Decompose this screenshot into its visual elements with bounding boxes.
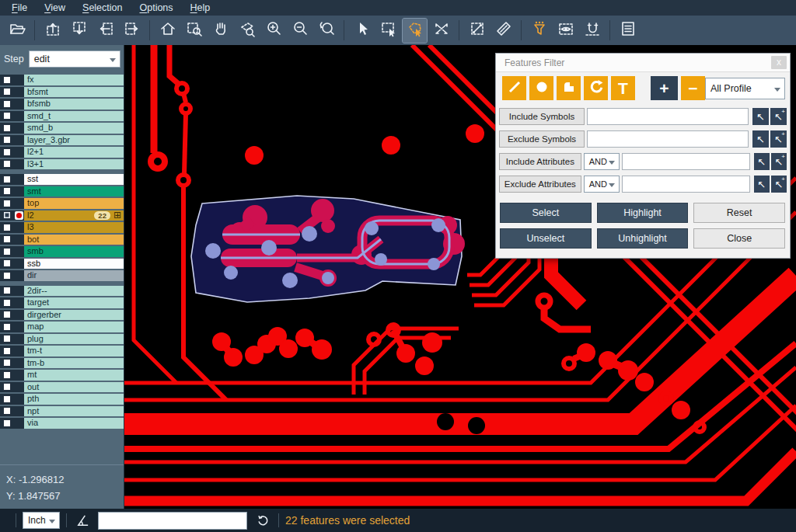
- surface-feature-button[interactable]: [557, 76, 581, 100]
- layer-checkbox[interactable]: [3, 187, 11, 195]
- select-button[interactable]: Select: [500, 203, 592, 223]
- layer-checkbox[interactable]: [3, 335, 11, 342]
- layer-row-tm-t[interactable]: tm-t: [0, 346, 124, 356]
- step-combobox[interactable]: edit: [29, 50, 120, 68]
- active-layer-cell[interactable]: [13, 394, 24, 405]
- zoom-previous-button[interactable]: [314, 19, 338, 43]
- active-layer-cell[interactable]: [13, 75, 24, 85]
- snap-magnet-button[interactable]: [580, 19, 604, 43]
- menu-selection[interactable]: Selection: [74, 0, 131, 16]
- pick-arrow-button[interactable]: ↖: [754, 153, 770, 170]
- layer-row-2dir--[interactable]: 2dir--: [0, 286, 124, 297]
- layer-checkbox[interactable]: [3, 200, 11, 207]
- active-layer-cell[interactable]: [13, 334, 24, 345]
- layer-row-sst[interactable]: sst: [0, 174, 124, 185]
- select-polygon-button[interactable]: [403, 19, 427, 43]
- text-feature-button[interactable]: T: [611, 76, 635, 100]
- layer-checkbox[interactable]: [3, 224, 11, 231]
- layer-row-out[interactable]: out: [0, 382, 124, 393]
- layer-row-l3[interactable]: l3: [0, 222, 124, 233]
- active-layer-cell[interactable]: [13, 270, 24, 281]
- layer-checkbox[interactable]: [3, 176, 11, 183]
- layer-checkbox[interactable]: [3, 248, 11, 256]
- zoom-window-button[interactable]: [182, 19, 206, 43]
- layer-checkbox[interactable]: [3, 347, 11, 355]
- layer-row-bot[interactable]: bot: [0, 235, 124, 245]
- pick-arrow-add-button[interactable]: ↖+: [771, 176, 787, 193]
- dialog-titlebar[interactable]: Features Filter x: [496, 54, 790, 72]
- exclude-symbols-input[interactable]: [587, 130, 749, 148]
- active-layer-cell[interactable]: [13, 99, 24, 110]
- active-layer-cell[interactable]: [13, 87, 24, 98]
- active-layer-cell[interactable]: [13, 111, 24, 122]
- layer-row-fx[interactable]: fx: [0, 75, 124, 85]
- clear-brush-button[interactable]: [429, 19, 453, 43]
- layer-checkbox[interactable]: [3, 235, 11, 243]
- measure-points-button[interactable]: [465, 19, 489, 43]
- layer-row-smd_b[interactable]: smd_b: [0, 123, 124, 134]
- layer-checkbox[interactable]: [3, 259, 11, 267]
- layer-row-l2+1[interactable]: l2+1: [0, 147, 124, 158]
- layer-checkbox[interactable]: [3, 359, 11, 367]
- active-layer-cell[interactable]: [13, 186, 24, 197]
- active-layer-cell[interactable]: [13, 222, 24, 233]
- layer-row-smt[interactable]: smt: [0, 186, 124, 197]
- layer-row-map[interactable]: map: [0, 322, 124, 332]
- active-layer-cell[interactable]: [13, 286, 24, 297]
- layer-checkbox[interactable]: [3, 100, 11, 108]
- units-combobox[interactable]: Inch: [23, 512, 60, 529]
- layer-row-dir[interactable]: dir: [0, 270, 124, 281]
- close-button[interactable]: Close: [693, 228, 785, 249]
- layer-row-l3+1[interactable]: l3+1: [0, 159, 124, 170]
- layer-row-l2[interactable]: l222⊞: [0, 210, 124, 221]
- zoom-home-button[interactable]: [155, 19, 180, 43]
- pick-arrow-button[interactable]: ↖: [754, 176, 770, 193]
- refresh-icon[interactable]: [253, 511, 272, 530]
- angle-measure-icon[interactable]: [73, 511, 92, 530]
- layer-checkbox[interactable]: [3, 395, 11, 403]
- scroll-up-button[interactable]: [40, 19, 65, 43]
- include-symbols-button[interactable]: Include Symbols: [499, 108, 585, 125]
- active-layer-cell[interactable]: [13, 246, 24, 257]
- layer-row-bfsmb[interactable]: bfsmb: [0, 99, 124, 110]
- layer-row-smd_t[interactable]: smd_t: [0, 111, 124, 122]
- layer-checkbox[interactable]: [3, 383, 11, 391]
- layer-checkbox[interactable]: [3, 211, 11, 219]
- layer-checkbox[interactable]: [3, 136, 11, 144]
- layer-row-via[interactable]: via: [0, 418, 124, 429]
- layer-row-dirgerber[interactable]: dirgerber: [0, 310, 124, 321]
- menu-help[interactable]: Help: [182, 0, 219, 16]
- zoom-in-button[interactable]: [261, 19, 285, 43]
- active-layer-cell[interactable]: [13, 174, 24, 185]
- feature-report-button[interactable]: [616, 19, 640, 43]
- select-rectangle-button[interactable]: [376, 19, 400, 43]
- layer-checkbox[interactable]: [3, 407, 11, 415]
- zoom-out-button[interactable]: [288, 19, 312, 43]
- active-layer-cell[interactable]: [13, 322, 24, 332]
- exclude-symbols-button[interactable]: Exclude Symbols: [499, 130, 585, 148]
- active-layer-cell[interactable]: [13, 259, 24, 269]
- scroll-down-button[interactable]: [67, 19, 91, 43]
- menu-view[interactable]: View: [36, 0, 74, 16]
- remove-filter-button[interactable]: −: [681, 76, 705, 100]
- pick-arrow-button[interactable]: ↖: [752, 130, 769, 148]
- layer-row-layer_3.gbr[interactable]: layer_3.gbr: [0, 135, 124, 146]
- layer-checkbox[interactable]: [3, 287, 11, 294]
- layer-row-tm-b[interactable]: tm-b: [0, 358, 124, 369]
- include-attributes-operator-combobox[interactable]: AND: [584, 153, 620, 170]
- layer-checkbox[interactable]: [3, 124, 11, 132]
- unhighlight-button[interactable]: Unhighlight: [597, 228, 689, 249]
- open-file-button[interactable]: [5, 19, 29, 43]
- scroll-right-button[interactable]: [120, 19, 144, 43]
- layer-checkbox[interactable]: [3, 148, 11, 156]
- grid-icon[interactable]: ⊞: [113, 211, 121, 220]
- pick-arrow-add-button[interactable]: ↖+: [771, 153, 787, 170]
- layer-row-npt[interactable]: npt: [0, 406, 124, 417]
- exclude-attributes-operator-combobox[interactable]: AND: [584, 176, 620, 193]
- active-layer-cell[interactable]: [13, 310, 24, 321]
- pan-hand-button[interactable]: [208, 19, 232, 43]
- features-filter-button[interactable]: [527, 19, 551, 43]
- active-layer-cell[interactable]: [13, 418, 24, 429]
- layer-row-mt[interactable]: mt: [0, 370, 124, 381]
- active-layer-cell[interactable]: [13, 370, 24, 381]
